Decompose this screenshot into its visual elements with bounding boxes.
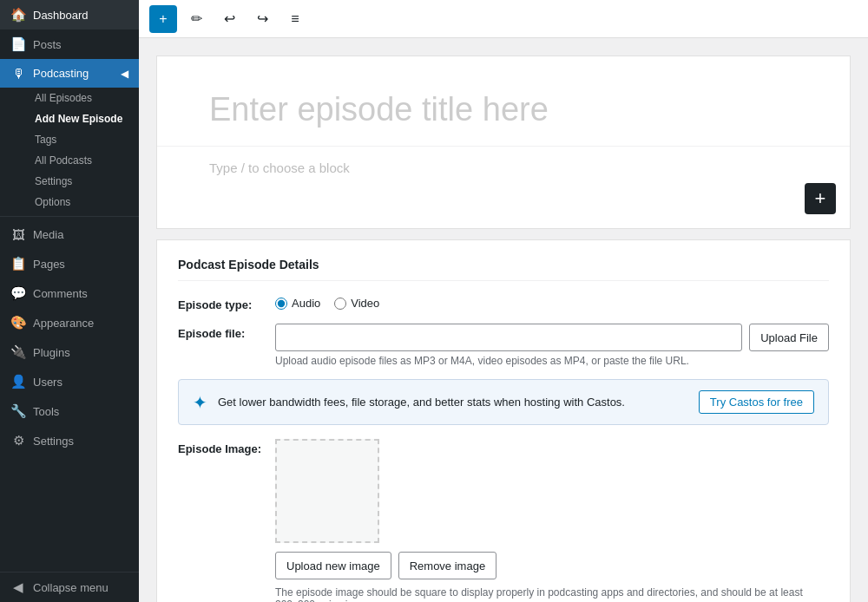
remove-image-button[interactable]: Remove image — [398, 552, 496, 579]
sidebar-item-label: Comments — [33, 287, 88, 300]
image-hint: The episode image should be square to di… — [275, 586, 829, 602]
try-castos-button[interactable]: Try Castos for free — [699, 390, 814, 414]
sidebar-item-tools[interactable]: 🔧 Tools — [0, 396, 139, 426]
sidebar-sub-options[interactable]: Options — [28, 192, 139, 213]
episode-file-label: Episode file: — [178, 324, 265, 340]
edit-button[interactable]: ✏ — [182, 5, 210, 33]
comments-icon: 💬 — [10, 285, 26, 301]
image-btn-row: Upload new image Remove image — [275, 552, 829, 579]
image-placeholder — [275, 439, 379, 543]
collapse-arrow-icon: ◀ — [121, 68, 128, 80]
sidebar-item-posts[interactable]: 📄 Posts — [0, 29, 139, 59]
sidebar-item-appearance[interactable]: 🎨 Appearance — [0, 308, 139, 337]
castos-banner: ✦ Get lower bandwidth fees, file storage… — [178, 379, 829, 425]
panel-title: Podcast Episode Details — [178, 258, 829, 281]
sidebar-divider — [0, 216, 139, 217]
block-area[interactable]: Type / to choose a block — [157, 147, 850, 189]
sidebar-item-label: Settings — [33, 435, 74, 448]
add-block-button[interactable]: + — [149, 5, 177, 33]
episode-file-input[interactable] — [275, 324, 742, 351]
episode-image-label: Episode Image: — [178, 439, 265, 455]
main-content: + ✏ ↩ ↪ ≡ Type / to choose a block + Pod… — [139, 0, 868, 602]
sidebar-sub-add-new-episode[interactable]: Add New Episode — [28, 108, 139, 129]
media-icon: 🖼 — [10, 227, 26, 242]
sidebar-item-label: Pages — [33, 258, 65, 271]
episode-type-label: Episode type: — [178, 295, 265, 311]
redo-button[interactable]: ↪ — [248, 5, 276, 33]
sidebar-item-label: Appearance — [33, 317, 94, 330]
episode-image-field: Upload new image Remove image The episod… — [275, 439, 829, 602]
podcasting-icon: 🎙 — [10, 66, 26, 81]
episode-file-field: Upload File Upload audio episode files a… — [275, 324, 829, 367]
title-area — [157, 56, 850, 147]
posts-icon: 📄 — [10, 36, 26, 52]
episode-details-panel: Podcast Episode Details Episode type: Au… — [156, 239, 851, 602]
collapse-icon: ◀ — [10, 579, 26, 595]
sidebar-sub-all-episodes[interactable]: All Episodes — [28, 88, 139, 108]
sidebar-item-media[interactable]: 🖼 Media — [0, 220, 139, 249]
collapse-label: Collapse menu — [33, 581, 108, 594]
sidebar-item-comments[interactable]: 💬 Comments — [0, 278, 139, 308]
list-view-button[interactable]: ≡ — [281, 5, 309, 33]
editor-area: Type / to choose a block + Podcast Episo… — [139, 38, 868, 602]
audio-radio[interactable] — [275, 298, 287, 310]
episode-title-input[interactable] — [209, 91, 798, 128]
sidebar-item-label: Posts — [33, 38, 62, 51]
settings-icon: ⚙ — [10, 433, 26, 448]
sidebar-item-dashboard[interactable]: 🏠 Dashboard — [0, 0, 139, 29]
castos-icon: ✦ — [193, 392, 207, 413]
sidebar-sub-settings[interactable]: Settings — [28, 171, 139, 192]
upload-file-button[interactable]: Upload File — [749, 324, 829, 351]
episode-type-row: Episode type: Audio Video — [178, 295, 829, 311]
sidebar-item-label: Podcasting — [33, 67, 89, 80]
audio-radio-label[interactable]: Audio — [275, 297, 320, 310]
video-radio-label[interactable]: Video — [334, 297, 379, 310]
sidebar-item-label: Dashboard — [33, 9, 89, 22]
video-radio[interactable] — [334, 298, 346, 310]
block-placeholder-text: Type / to choose a block — [209, 160, 350, 175]
episode-file-row: Episode file: Upload File Upload audio e… — [178, 324, 829, 367]
sidebar-item-plugins[interactable]: 🔌 Plugins — [0, 337, 139, 367]
sidebar-item-label: Media — [33, 228, 63, 241]
sidebar-item-podcasting[interactable]: 🎙 Podcasting ◀ — [0, 59, 139, 88]
sidebar-collapse-menu[interactable]: ◀ Collapse menu — [0, 572, 139, 602]
users-icon: 👤 — [10, 374, 26, 389]
audio-label: Audio — [292, 297, 320, 310]
editor-canvas: Type / to choose a block + — [156, 56, 851, 229]
editor-toolbar: + ✏ ↩ ↪ ≡ — [139, 0, 868, 38]
file-input-row: Upload File — [275, 324, 829, 351]
sidebar-sub-all-podcasts[interactable]: All Podcasts — [28, 150, 139, 171]
upload-image-button[interactable]: Upload new image — [275, 552, 391, 579]
episode-type-field: Audio Video — [275, 295, 829, 310]
sidebar-item-settings[interactable]: ⚙ Settings — [0, 426, 139, 455]
undo-button[interactable]: ↩ — [215, 5, 243, 33]
dashboard-icon: 🏠 — [10, 7, 26, 23]
sidebar-item-label: Tools — [33, 405, 59, 418]
sidebar-item-pages[interactable]: 📋 Pages — [0, 249, 139, 278]
tools-icon: 🔧 — [10, 403, 26, 419]
pages-icon: 📋 — [10, 256, 26, 272]
sidebar: 🏠 Dashboard 📄 Posts 🎙 Podcasting ◀ All E… — [0, 0, 139, 602]
sidebar-sub-tags[interactable]: Tags — [28, 129, 139, 150]
podcasting-submenu: All Episodes Add New Episode Tags All Po… — [0, 88, 139, 213]
plugins-icon: 🔌 — [10, 344, 26, 360]
sidebar-item-label: Users — [33, 376, 62, 389]
sidebar-item-users[interactable]: 👤 Users — [0, 367, 139, 396]
castos-text: Get lower bandwidth fees, file storage, … — [218, 396, 688, 409]
video-label: Video — [351, 297, 379, 310]
add-block-inline-button[interactable]: + — [805, 183, 836, 214]
appearance-icon: 🎨 — [10, 315, 26, 330]
sidebar-item-label: Plugins — [33, 346, 70, 359]
file-hint: Upload audio episode files as MP3 or M4A… — [275, 355, 829, 367]
episode-image-row: Episode Image: Upload new image Remove i… — [178, 439, 829, 602]
